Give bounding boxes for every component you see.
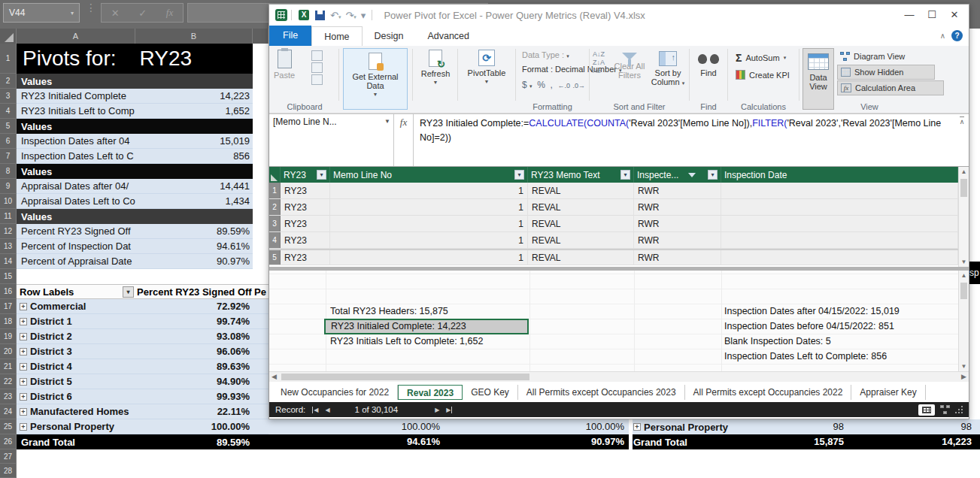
excel-icon[interactable]: X <box>299 10 309 20</box>
grid-row[interactable]: 3RY231REVALRWR <box>269 216 958 232</box>
minimize-button[interactable]: — <box>898 6 921 24</box>
count-cell[interactable]: 98 <box>769 419 844 434</box>
pivot-header-col3[interactable]: Pe <box>253 284 269 299</box>
row-number[interactable]: 5 <box>0 119 17 134</box>
cell[interactable]: RY23 <box>281 183 330 198</box>
row-number[interactable]: 20 <box>0 344 17 359</box>
count-cell[interactable]: 98 <box>897 419 972 434</box>
pivot-row-label[interactable]: +Personal Property <box>17 419 135 434</box>
cell[interactable]: 1 <box>330 216 528 231</box>
grid-view-status-icon[interactable] <box>918 404 935 416</box>
expand-icon[interactable]: + <box>20 333 27 340</box>
column-header[interactable]: Memo Line No▾ <box>330 167 528 183</box>
row-number[interactable]: 7 <box>0 149 17 164</box>
pivot-row-label[interactable]: +District 3 <box>17 344 135 359</box>
pivot-row-value[interactable]: 22.11% <box>135 404 253 419</box>
pivot-row-label[interactable]: +District 5 <box>17 374 135 389</box>
scrollbar-thumb[interactable] <box>281 374 529 380</box>
metric-value[interactable]: 856 <box>135 149 253 164</box>
metric-value[interactable]: 1,434 <box>135 194 253 209</box>
row-number[interactable]: 24 <box>0 404 17 419</box>
row-number[interactable]: 14 <box>0 254 17 269</box>
cell[interactable]: RWR <box>634 250 721 265</box>
measure-cell[interactable]: Inspection Dates Left to Complete: 856 <box>724 349 887 364</box>
grand-total-label[interactable]: Grand Total <box>17 434 135 449</box>
show-hidden-button[interactable]: Show Hidden <box>837 65 935 80</box>
pivot-row-label[interactable]: +District 6 <box>17 389 135 404</box>
selected-measure-cell[interactable]: RY23 Initialed Complete: 14,223 <box>324 319 529 334</box>
increase-decimals-icon[interactable]: ←.0 <box>558 82 571 89</box>
metric-value[interactable]: 14,441 <box>135 179 253 194</box>
pct-cell[interactable]: 90.97% <box>549 434 624 449</box>
scroll-down-icon[interactable]: ▼ <box>959 259 969 265</box>
scrollbar-thumb[interactable] <box>960 283 967 299</box>
cell[interactable]: RWR <box>634 199 721 215</box>
metric-label[interactable]: Inspection Dates after 04 <box>17 134 135 149</box>
cell[interactable]: RY23 <box>281 199 330 215</box>
metric-label[interactable]: Percent of Appraisal Date <box>17 254 135 269</box>
grid-select-all-corner[interactable] <box>269 167 281 183</box>
values-section-header[interactable]: Values <box>17 74 253 89</box>
pivot-row-label[interactable]: +Commercial <box>17 299 135 314</box>
sheet-tab-active[interactable]: Reval 2023 <box>398 385 463 400</box>
cell[interactable]: RWR <box>634 216 721 231</box>
filter-dropdown-icon[interactable]: ▾ <box>317 170 326 180</box>
pivot-row-value[interactable]: 99.74% <box>135 314 253 329</box>
cell[interactable] <box>721 232 958 248</box>
measure-cell[interactable]: Inspection Dates after 04/15/2022: 15,01… <box>724 304 900 319</box>
enter-icon[interactable]: ✓ <box>138 8 147 19</box>
column-header[interactable]: Inspecte...▾ <box>634 167 721 183</box>
copy-icon[interactable] <box>311 74 323 85</box>
calc-vertical-scrollbar[interactable]: ▲▼ <box>958 271 969 371</box>
row-number[interactable]: 22 <box>0 374 17 389</box>
diagram-view-button[interactable]: Diagram View <box>837 49 935 64</box>
pivot-row-value[interactable]: 72.92% <box>135 299 253 314</box>
metric-value[interactable]: 1,652 <box>135 104 253 119</box>
title-bar[interactable]: X ↶▾ ↷▾ ▾ Power Pivot for Excel - Power … <box>269 5 969 26</box>
column-header[interactable]: Inspection Date <box>721 167 958 183</box>
pivot-header-row-labels[interactable]: Row Labels▾ <box>17 284 135 299</box>
grid-row-number[interactable]: 2 <box>269 199 281 215</box>
row-number[interactable]: 10 <box>0 194 17 209</box>
values-section-header[interactable]: Values <box>17 164 253 179</box>
cell[interactable]: RY23 <box>281 232 330 248</box>
scroll-up-icon[interactable]: ▲ <box>959 168 969 175</box>
autosum-button[interactable]: ΣAutoSum▾ <box>736 52 786 64</box>
percent-format-icon[interactable]: % <box>537 80 545 90</box>
formula-input[interactable]: RY23 Initialed Complete:=CALCULATE(COUNT… <box>414 114 955 166</box>
column-header-a[interactable]: A <box>17 29 135 44</box>
undo-icon[interactable]: ↶▾ <box>330 10 341 21</box>
grid-row[interactable]: 1RY231REVALRWR <box>269 183 958 199</box>
row-number[interactable]: 13 <box>0 239 17 254</box>
row-number[interactable]: 16 <box>0 284 17 299</box>
paste-button[interactable]: Paste <box>274 48 295 80</box>
metric-label[interactable]: Percent of Inspection Dat <box>17 239 135 254</box>
diagram-view-status-icon[interactable] <box>940 405 950 414</box>
cell[interactable]: 1 <box>330 199 528 215</box>
grid-row[interactable]: 2RY231REVALRWR <box>269 199 958 216</box>
cell[interactable]: RY23 <box>281 250 330 265</box>
filter-dropdown-icon[interactable]: ▾ <box>123 286 134 298</box>
currency-format-icon[interactable]: $ ▾ <box>522 80 532 90</box>
pivot-row-label[interactable]: +District 2 <box>17 329 135 344</box>
cancel-icon[interactable]: ✕ <box>111 8 120 19</box>
sheet-tab[interactable]: Appraiser Key <box>851 385 925 400</box>
measure-cell[interactable]: Blank Inspection Dates: 5 <box>724 334 831 349</box>
cell[interactable]: REVAL <box>528 199 634 215</box>
row-number[interactable]: 28 <box>0 464 17 478</box>
expand-icon[interactable]: + <box>20 423 27 431</box>
grand-total-value[interactable]: 89.59% <box>135 434 253 449</box>
scroll-up-icon[interactable]: ▲ <box>959 272 969 279</box>
cell[interactable]: RWR <box>634 183 721 198</box>
metric-value[interactable]: 15,019 <box>135 134 253 149</box>
row-number[interactable]: 17 <box>0 299 17 314</box>
cell[interactable]: 1 <box>330 183 528 198</box>
comma-format-icon[interactable]: , <box>551 80 553 90</box>
prev-record-icon[interactable]: ◀ <box>325 407 329 413</box>
cell[interactable] <box>721 250 958 265</box>
column-header[interactable]: RY23▾ <box>281 167 330 183</box>
expand-icon[interactable]: + <box>20 408 27 416</box>
next-record-icon[interactable]: ▶ <box>435 407 439 413</box>
metric-label[interactable]: Appraisal Dates after 04/ <box>17 179 135 194</box>
metric-value[interactable]: 14,223 <box>135 89 253 104</box>
